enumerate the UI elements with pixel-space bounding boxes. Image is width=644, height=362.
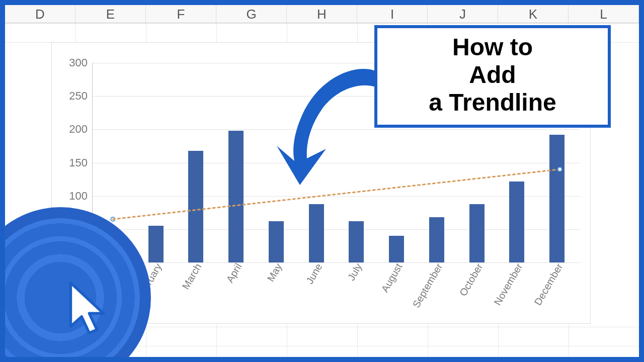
chart-bar[interactable] [389, 236, 404, 262]
column-header-J[interactable]: J [428, 5, 498, 23]
column-header-F[interactable]: F [146, 5, 216, 23]
y-axis-tick: 250 [69, 89, 88, 103]
grid-hline [5, 23, 639, 24]
chart-bar[interactable] [509, 182, 524, 262]
callout-line-1: How to [386, 33, 599, 61]
x-axis-label: March [180, 261, 204, 292]
y-axis-tick: 150 [69, 156, 88, 169]
cursor-icon [59, 280, 115, 345]
callout-line-2: Add [386, 61, 599, 88]
column-header-G[interactable]: G [216, 5, 287, 23]
column-header-I[interactable]: I [357, 5, 428, 23]
x-axis-label: October [457, 261, 485, 298]
column-header-E[interactable]: E [75, 5, 146, 23]
x-axis-label: August [379, 261, 405, 294]
chart-gridline [93, 262, 580, 263]
x-axis-label: April [224, 261, 245, 285]
y-axis-tick: 100 [69, 190, 88, 203]
chart-bar[interactable] [188, 151, 203, 262]
column-header-row: DEFGHIJKL [5, 5, 639, 23]
x-axis-label: December [532, 261, 566, 307]
svg-point-2 [558, 167, 562, 171]
chart-bar[interactable] [148, 226, 164, 262]
chart-bar[interactable] [228, 131, 244, 262]
column-header-L[interactable]: L [569, 5, 639, 23]
x-axis-label: May [265, 261, 285, 284]
x-axis-label: June [303, 261, 325, 286]
callout-line-3: a Trendline [386, 88, 599, 116]
column-header-K[interactable]: K [498, 5, 569, 23]
chart-bar[interactable] [349, 221, 364, 262]
chart-trendline [93, 63, 244, 138]
chart-bar[interactable] [309, 204, 324, 262]
tutorial-callout: How to Add a Trendline [374, 25, 611, 128]
column-header-D[interactable]: D [5, 5, 75, 23]
chart-bar[interactable] [429, 217, 444, 262]
chart-bar[interactable] [269, 221, 284, 262]
x-axis-label: November [492, 261, 525, 307]
x-axis-label: July [346, 261, 365, 283]
column-header-H[interactable]: H [287, 5, 357, 23]
y-axis-tick: 300 [69, 56, 88, 69]
y-axis-tick: 200 [69, 123, 88, 136]
x-axis-label: September [410, 261, 445, 310]
chart-bar[interactable] [469, 204, 485, 262]
chart-bar[interactable] [549, 135, 565, 262]
